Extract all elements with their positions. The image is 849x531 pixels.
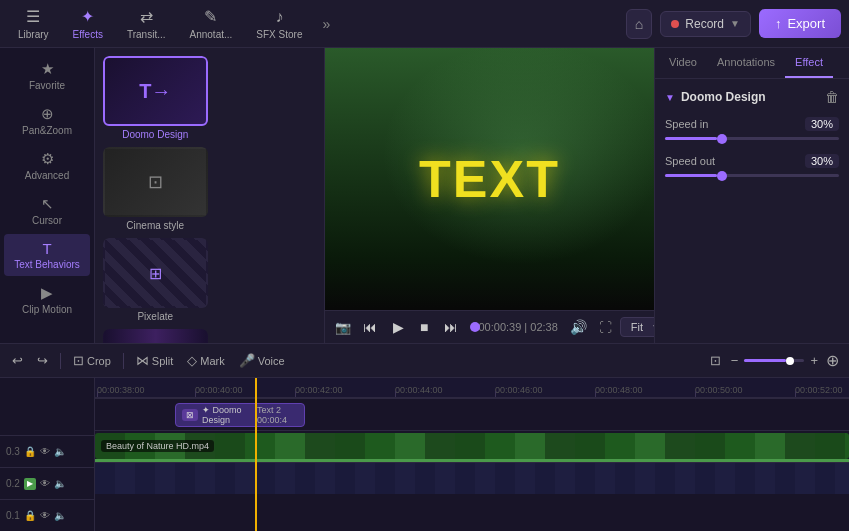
tab-sfx-store[interactable]: ♪ SFX Store — [246, 4, 312, 44]
separator-2 — [123, 353, 124, 369]
right-content: ▼ Doomo Design 🗑 Speed in 30% S — [655, 79, 849, 343]
undo-button[interactable]: ↩ — [8, 351, 27, 370]
left-panel: ★ Favorite ⊕ Pan&Zoom ⚙ Advanced ↖ Curso… — [0, 48, 325, 343]
effect-item-doomo[interactable]: T→ Doomo Design — [103, 56, 208, 143]
ruler-line-50 — [695, 391, 696, 397]
cursor-icon: ↖ — [41, 195, 54, 213]
add-track-button[interactable]: ⊕ — [824, 349, 841, 372]
track-lock-icon-03: 🔒 — [24, 446, 36, 457]
speed-in-control: Speed in 30% — [665, 117, 839, 140]
tab-annotations[interactable]: ✎ Annotat... — [180, 3, 243, 44]
sidebar-item-clipmotion[interactable]: ▶ Clip Motion — [4, 278, 90, 321]
sidebar-item-textbehaviors[interactable]: T Text Behaviors — [4, 234, 90, 276]
effect-item-stringblur[interactable]: → String Blur — [103, 329, 208, 343]
bottom-panel: ↩ ↪ ⊡ Crop ⋈ Split ◇ Mark 🎤 Voice ⊡ − + — [0, 343, 849, 531]
effect-thumb-stringblur: → — [103, 329, 208, 343]
play-button[interactable]: ▶ — [389, 317, 408, 337]
tab-library[interactable]: ☰ Library — [8, 3, 59, 44]
clipmotion-icon: ▶ — [41, 284, 53, 302]
tab-effects[interactable]: ✦ Effects — [63, 3, 113, 44]
prev-button[interactable]: ⏮ — [359, 317, 381, 337]
timeline-tracks: 00:00:38:00 00:00:40:00 00:00:42:00 00:0… — [95, 378, 849, 531]
mark-icon: ◇ — [187, 353, 197, 368]
track-label-02: 0.2 ▶ 👁 🔈 — [0, 467, 94, 499]
sidebar-item-advanced[interactable]: ⚙ Advanced — [4, 144, 90, 187]
speed-out-label: Speed out — [665, 155, 715, 167]
ruler-mark-50: 00:00:50:00 — [695, 385, 743, 395]
speed-in-header: Speed in 30% — [665, 117, 839, 131]
mark-button[interactable]: ◇ Mark — [183, 351, 228, 370]
ruler-mark-38: 00:00:38:00 — [97, 385, 145, 395]
record-button[interactable]: Record ▼ — [660, 11, 751, 37]
timeline-area: 0.3 🔒 👁 🔈 0.2 ▶ 👁 🔈 0.1 🔒 👁 🔈 0 — [0, 378, 849, 531]
export-button[interactable]: ↑ Export — [759, 9, 841, 38]
sidebar-item-panzoom[interactable]: ⊕ Pan&Zoom — [4, 99, 90, 142]
track-audio-icon-02: 🔈 — [54, 478, 66, 489]
next-button[interactable]: ⏭ — [440, 317, 462, 337]
voice-button[interactable]: 🎤 Voice — [235, 351, 289, 370]
ruler-mark-52: 00:00:52:00 — [795, 385, 843, 395]
stop-button[interactable]: ■ — [416, 317, 432, 337]
panel-with-sidebar: ★ Favorite ⊕ Pan&Zoom ⚙ Advanced ↖ Curso… — [0, 48, 324, 343]
speed-out-header: Speed out 30% — [665, 154, 839, 168]
video-text-overlay: TEXT — [419, 149, 560, 209]
crop-icon: ⊡ — [73, 353, 84, 368]
track-eye-icon-02: 👁 — [40, 478, 50, 489]
more-tabs-icon[interactable]: » — [316, 12, 336, 36]
split-button[interactable]: ⋈ Split — [132, 351, 177, 370]
text-track-clip[interactable]: ⊠ ✦ Doomo Design Text 2 00:00:4 — [175, 403, 305, 427]
sidebar-item-favorite[interactable]: ★ Favorite — [4, 54, 90, 97]
ruler-line-42 — [295, 391, 296, 397]
annotations-icon: ✎ — [204, 7, 217, 26]
video-background: TEXT — [325, 48, 654, 310]
ruler-line-40 — [195, 391, 196, 397]
sidebar-item-cursor[interactable]: ↖ Cursor — [4, 189, 90, 232]
effect-label-pixelate: Pixelate — [103, 308, 208, 325]
speed-in-slider[interactable] — [665, 137, 839, 140]
crop-button[interactable]: ⊡ Crop — [69, 351, 115, 370]
speed-out-value: 30% — [805, 154, 839, 168]
video-track-badge: ▶ — [24, 478, 36, 490]
volume-button[interactable]: 🔊 — [566, 317, 591, 337]
delete-effect-button[interactable]: 🗑 — [825, 89, 839, 105]
timeline-import-button[interactable]: ⊡ — [706, 351, 725, 370]
right-panel: Video Annotations Effect ▼ Doomo Design … — [654, 48, 849, 343]
effect-label-doomo: Doomo Design — [103, 126, 208, 143]
track-eye-icon-01: 👁 — [40, 510, 50, 521]
text-clip-badge: ⊠ — [182, 409, 198, 421]
timeline-content: ⊠ ✦ Doomo Design Text 2 00:00:4 Beauty o… — [95, 398, 849, 531]
effect-section-header: ▼ Doomo Design 🗑 — [665, 89, 839, 105]
fullscreen-button[interactable]: ⛶ — [599, 320, 612, 335]
playhead[interactable] — [255, 378, 257, 531]
zoom-out-button[interactable]: − — [729, 351, 741, 370]
tab-effect[interactable]: Effect — [785, 48, 833, 78]
zoom-slider[interactable] — [744, 359, 804, 362]
zoom-thumb — [786, 357, 794, 365]
speed-out-thumb — [717, 171, 727, 181]
tab-video[interactable]: Video — [659, 48, 707, 78]
zoom-in-button[interactable]: + — [808, 351, 820, 370]
tab-transitions[interactable]: ⇄ Transit... — [117, 3, 176, 44]
ruler-mark-46: 00:00:46:00 — [495, 385, 543, 395]
speed-out-slider[interactable] — [665, 174, 839, 177]
audio-track-row — [95, 462, 849, 494]
fit-select[interactable]: Fit — [620, 317, 654, 337]
ruler-line-38 — [97, 391, 98, 397]
record-chevron-icon: ▼ — [730, 18, 740, 29]
text-clip-extra: Text 2 00:00:4 — [257, 405, 298, 425]
effect-item-pixelate[interactable]: ⊞ Pixelate — [103, 238, 208, 325]
effects-grid-panel: T→ Doomo Design ⊡ Cinema style ⊞ — [95, 48, 324, 343]
home-button[interactable]: ⌂ — [626, 9, 652, 39]
effect-item-cinema[interactable]: ⊡ Cinema style — [103, 147, 208, 234]
right-tabs: Video Annotations Effect — [655, 48, 849, 79]
redo-button[interactable]: ↪ — [33, 351, 52, 370]
tab-bar: ☰ Library ✦ Effects ⇄ Transit... ✎ Annot… — [8, 3, 336, 44]
voice-icon: 🎤 — [239, 353, 255, 368]
screenshot-button[interactable]: 📷 — [335, 320, 351, 335]
effects-grid: T→ Doomo Design ⊡ Cinema style ⊞ — [95, 48, 324, 343]
effects-icon: ✦ — [81, 7, 94, 26]
tab-annotations[interactable]: Annotations — [707, 48, 785, 78]
track-audio-icon-01: 🔈 — [54, 510, 66, 521]
video-track-clip[interactable]: Beauty of Nature HD.mp4 — [95, 433, 849, 459]
speed-out-control: Speed out 30% — [665, 154, 839, 177]
